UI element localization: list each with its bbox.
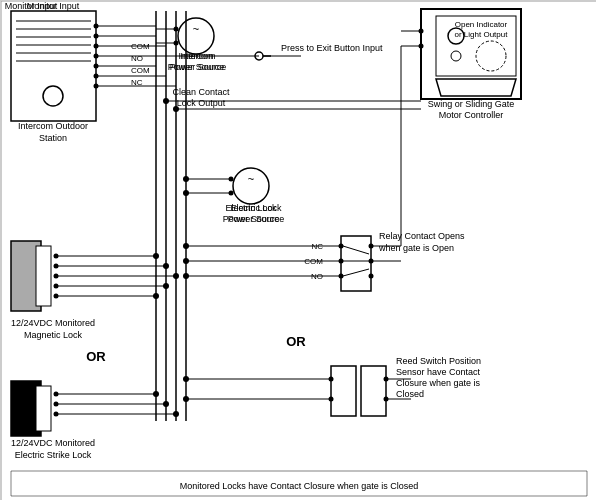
svg-text:12/24VDC Monitored: 12/24VDC Monitored (11, 318, 95, 328)
svg-text:Reed Switch Position: Reed Switch Position (396, 356, 481, 366)
svg-point-114 (183, 396, 189, 402)
svg-text:COM: COM (131, 66, 150, 75)
svg-text:Station: Station (39, 133, 67, 143)
svg-text:Closure when gate is: Closure when gate is (396, 378, 481, 388)
svg-text:Monitored Locks have Contact C: Monitored Locks have Contact Closure whe… (180, 481, 419, 491)
svg-point-46 (163, 98, 169, 104)
svg-point-72 (173, 273, 179, 279)
svg-text:or Light Output: or Light Output (455, 30, 509, 39)
svg-text:Intercom Outdoor: Intercom Outdoor (18, 121, 88, 131)
svg-text:~: ~ (193, 23, 199, 35)
svg-text:Power Source: Power Source (228, 214, 285, 224)
svg-text:Closed: Closed (396, 389, 424, 399)
svg-rect-105 (331, 366, 356, 416)
svg-point-73 (163, 283, 169, 289)
svg-point-85 (173, 411, 179, 417)
svg-marker-116 (436, 79, 516, 96)
svg-text:Open Indicator: Open Indicator (455, 20, 508, 29)
svg-text:12/24VDC Monitored: 12/24VDC Monitored (11, 438, 95, 448)
svg-point-70 (153, 253, 159, 259)
svg-text:NC: NC (131, 78, 143, 87)
svg-text:COM: COM (304, 257, 323, 266)
svg-point-84 (163, 401, 169, 407)
svg-point-100 (183, 258, 189, 264)
svg-point-92 (369, 274, 374, 279)
svg-rect-86 (341, 236, 371, 291)
svg-point-8 (43, 86, 63, 106)
svg-point-83 (153, 391, 159, 397)
svg-point-101 (183, 273, 189, 279)
svg-point-113 (183, 376, 189, 382)
svg-text:Swing or Sliding Gate: Swing or Sliding Gate (428, 99, 515, 109)
svg-text:Electric Strike Lock: Electric Strike Lock (15, 450, 92, 460)
svg-text:when gate is Open: when gate is Open (378, 243, 454, 253)
svg-point-119 (451, 51, 461, 61)
svg-point-71 (163, 263, 169, 269)
svg-text:NO: NO (131, 54, 143, 63)
svg-point-99 (183, 243, 189, 249)
svg-text:Intercom: Intercom (180, 51, 215, 61)
svg-text:Lock Output: Lock Output (177, 98, 226, 108)
svg-text:NO: NO (311, 272, 323, 281)
svg-text:Sensor have Contact: Sensor have Contact (396, 367, 481, 377)
svg-text:~: ~ (248, 173, 254, 185)
svg-text:OR: OR (286, 334, 306, 349)
svg-point-55 (183, 190, 189, 196)
svg-text:NC: NC (311, 242, 323, 251)
svg-point-120 (476, 41, 506, 71)
svg-text:Clean Contact: Clean Contact (172, 87, 230, 97)
wiring-diagram: Monitor Input ~ Intercom Power Source CO… (0, 0, 596, 500)
svg-text:Press to Exit Button Input: Press to Exit Button Input (281, 43, 383, 53)
svg-text:Motor Controller: Motor Controller (439, 110, 504, 120)
svg-point-74 (153, 293, 159, 299)
svg-rect-106 (361, 366, 386, 416)
svg-rect-76 (36, 386, 51, 431)
svg-text:Magnetic Lock: Magnetic Lock (24, 330, 83, 340)
svg-text:COM: COM (131, 42, 150, 51)
svg-text:Power Source: Power Source (170, 62, 227, 72)
svg-text:Relay Contact Opens: Relay Contact Opens (379, 231, 465, 241)
svg-text:Electric Lock: Electric Lock (230, 203, 282, 213)
svg-text:Monitor Input: Monitor Input (27, 1, 80, 11)
svg-point-54 (183, 176, 189, 182)
svg-rect-59 (36, 246, 51, 306)
svg-text:OR: OR (86, 349, 106, 364)
